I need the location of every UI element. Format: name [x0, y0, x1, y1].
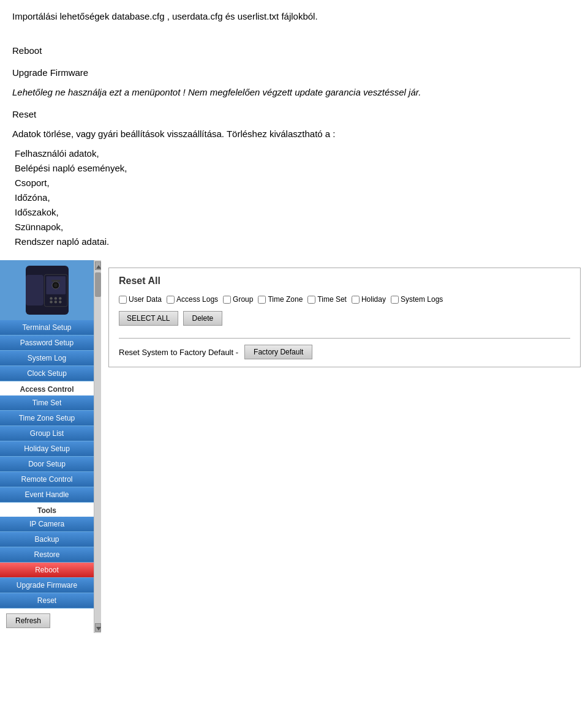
sidebar-inner: Terminal Setup Password Setup System Log…: [0, 260, 94, 633]
checkbox-access-logs-input[interactable]: [167, 296, 175, 304]
factory-reset-label: Reset System to Factory Default -: [119, 348, 238, 357]
section-tools: Tools: [0, 503, 94, 517]
factory-default-button[interactable]: Factory Default: [244, 345, 312, 359]
divider: [119, 338, 570, 339]
checkbox-time-zone-input[interactable]: [258, 296, 266, 304]
checkbox-holiday-label: Holiday: [361, 295, 386, 304]
checkbox-time-zone-label: Time Zone: [268, 295, 303, 304]
nav-reset[interactable]: Reset: [0, 593, 94, 609]
main-content: Reset All User Data Access Logs Group: [101, 260, 588, 633]
svg-point-4: [59, 297, 61, 299]
refresh-area: Refresh: [0, 609, 94, 633]
nav-backup[interactable]: Backup: [0, 532, 94, 547]
nav-group-list[interactable]: Group List: [0, 426, 94, 441]
svg-point-2: [50, 297, 52, 299]
nav-time-zone-setup[interactable]: Time Zone Setup: [0, 411, 94, 426]
checkbox-user-data[interactable]: User Data: [119, 295, 162, 304]
nav-reboot[interactable]: Reboot: [0, 563, 94, 578]
svg-point-5: [50, 301, 52, 303]
checkbox-time-set-label: Time Set: [317, 295, 347, 304]
nav-password-setup[interactable]: Password Setup: [0, 335, 94, 351]
checkbox-group-input[interactable]: [223, 296, 231, 304]
svg-marker-12: [96, 627, 101, 631]
delete-button[interactable]: Delete: [183, 311, 223, 326]
reset-all-title: Reset All: [119, 275, 570, 287]
nav-event-handle[interactable]: Event Handle: [0, 487, 94, 503]
svg-point-7: [59, 301, 61, 303]
checkbox-system-logs-input[interactable]: [391, 296, 399, 304]
nav-access-group: Time Set Time Zone Setup Group List Holi…: [0, 395, 94, 503]
reset-desc: Adatok törlése, vagy gyári beállítások v…: [12, 127, 576, 141]
checkbox-system-logs-label: System Logs: [401, 295, 443, 304]
checkbox-group[interactable]: Group: [223, 295, 253, 304]
firmware-heading: Upgrade Firmware: [12, 66, 576, 80]
sidebar: Terminal Setup Password Setup System Log…: [0, 260, 101, 633]
svg-point-6: [55, 301, 57, 303]
nav-holiday-setup[interactable]: Holiday Setup: [0, 441, 94, 457]
scrollbar[interactable]: [94, 260, 101, 633]
import-line: Importálási lehetőségek database.cfg , u…: [12, 9, 576, 24]
device-icon: [26, 266, 69, 315]
nav-top-group: Terminal Setup Password Setup System Log…: [0, 320, 94, 381]
page-wrapper: Importálási lehetőségek database.cfg , u…: [0, 0, 588, 633]
checkbox-time-set[interactable]: Time Set: [307, 295, 347, 304]
firmware-warning: Lehetőleg ne használja ezt a menüpontot …: [12, 85, 576, 100]
svg-rect-10: [51, 280, 60, 282]
nav-terminal-setup[interactable]: Terminal Setup: [0, 320, 94, 335]
reset-all-panel: Reset All User Data Access Logs Group: [108, 268, 581, 367]
ui-panel: Terminal Setup Password Setup System Log…: [0, 260, 588, 633]
checkbox-time-set-input[interactable]: [307, 296, 315, 304]
nav-door-setup[interactable]: Door Setup: [0, 457, 94, 472]
checkbox-user-data-input[interactable]: [119, 296, 127, 304]
scroll-down-arrow[interactable]: [95, 623, 101, 632]
svg-marker-11: [96, 265, 101, 269]
buttons-row: SELECT ALL Delete: [119, 311, 570, 326]
factory-reset-row: Reset System to Factory Default - Factor…: [119, 345, 570, 359]
checkbox-system-logs[interactable]: System Logs: [391, 295, 443, 304]
checkbox-time-zone[interactable]: Time Zone: [258, 295, 303, 304]
nav-system-log[interactable]: System Log: [0, 351, 94, 366]
checkbox-holiday[interactable]: Holiday: [352, 295, 386, 304]
checkbox-group-label: Group: [233, 295, 253, 304]
nav-remote-control[interactable]: Remote Control: [0, 472, 94, 487]
nav-time-set[interactable]: Time Set: [0, 395, 94, 411]
nav-ip-camera[interactable]: IP Camera: [0, 517, 94, 532]
nav-clock-setup[interactable]: Clock Setup: [0, 366, 94, 381]
section-access-control: Access Control: [0, 381, 94, 395]
checkbox-holiday-input[interactable]: [352, 296, 360, 304]
reboot-heading: Reboot: [12, 29, 576, 58]
nav-upgrade-firmware[interactable]: Upgrade Firmware: [0, 578, 94, 593]
reset-list: Felhasználói adatok, Belépési napló esem…: [15, 146, 576, 249]
scrollbar-thumb[interactable]: [95, 272, 101, 297]
checkbox-access-logs[interactable]: Access Logs: [167, 295, 218, 304]
text-content: Importálási lehetőségek database.cfg , u…: [0, 0, 588, 260]
scroll-up-arrow[interactable]: [95, 261, 101, 270]
checkbox-user-data-label: User Data: [129, 295, 162, 304]
nav-tools-group: IP Camera Backup Restore Reboot Upgrade …: [0, 517, 94, 609]
select-all-button[interactable]: SELECT ALL: [119, 311, 178, 326]
sidebar-header: [0, 260, 94, 320]
nav-restore[interactable]: Restore: [0, 547, 94, 563]
checkboxes-row: User Data Access Logs Group Time Zone: [119, 295, 570, 304]
refresh-button[interactable]: Refresh: [6, 613, 50, 628]
svg-point-9: [54, 283, 58, 287]
svg-point-3: [55, 297, 57, 299]
checkbox-access-logs-label: Access Logs: [176, 295, 218, 304]
reset-heading: Reset: [12, 107, 576, 122]
